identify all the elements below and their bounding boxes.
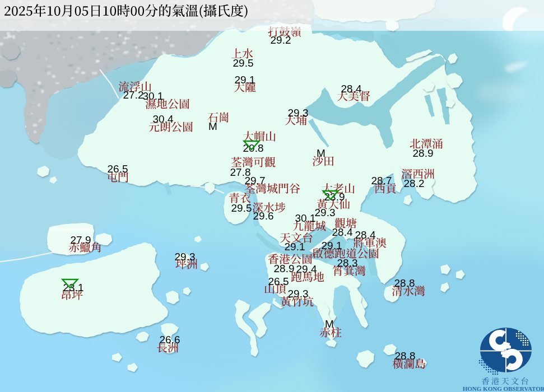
svg-text:29.4: 29.4 [296, 263, 317, 275]
svg-text:29.5: 29.5 [233, 57, 254, 69]
svg-text:29.3: 29.3 [175, 251, 196, 263]
svg-text:26.5: 26.5 [108, 163, 128, 175]
svg-text:M: M [317, 147, 326, 159]
svg-text:29.1: 29.1 [285, 241, 305, 253]
svg-text:29.2: 29.2 [271, 34, 291, 46]
svg-text:29.5: 29.5 [231, 202, 252, 214]
svg-text:28.7: 28.7 [371, 175, 392, 186]
svg-text:29.7: 29.7 [245, 175, 266, 186]
svg-text:HONG KONG OBSERVATORY: HONG KONG OBSERVATORY [463, 385, 544, 392]
svg-text:30.4: 30.4 [153, 113, 174, 125]
svg-text:29.3: 29.3 [315, 207, 336, 218]
svg-text:28.8: 28.8 [395, 350, 416, 362]
svg-text:29.6: 29.6 [253, 210, 274, 222]
svg-text:M: M [325, 318, 334, 330]
svg-text:29.1: 29.1 [235, 74, 255, 86]
svg-text:26.5: 26.5 [268, 276, 289, 287]
svg-text:27.9: 27.9 [71, 234, 91, 246]
svg-text:28.2: 28.2 [404, 178, 425, 189]
svg-text:M: M [208, 120, 217, 132]
svg-text:30.1: 30.1 [295, 212, 316, 224]
svg-text:27.2: 27.2 [123, 89, 144, 101]
svg-text:26.6: 26.6 [160, 334, 180, 346]
svg-text:28.4: 28.4 [332, 226, 353, 238]
svg-text:28.9: 28.9 [413, 147, 434, 159]
svg-text:29.3: 29.3 [288, 107, 309, 119]
svg-text:28.4: 28.4 [341, 83, 362, 95]
svg-text:29.1: 29.1 [322, 240, 342, 251]
svg-text:28.4: 28.4 [355, 229, 376, 241]
svg-text:30.1: 30.1 [143, 90, 164, 102]
svg-text:28.8: 28.8 [394, 277, 415, 289]
svg-text:29.3: 29.3 [288, 288, 309, 300]
svg-text:28.3: 28.3 [337, 257, 358, 269]
svg-text:23.9: 23.9 [324, 191, 345, 203]
svg-text:28.9: 28.9 [274, 263, 295, 274]
